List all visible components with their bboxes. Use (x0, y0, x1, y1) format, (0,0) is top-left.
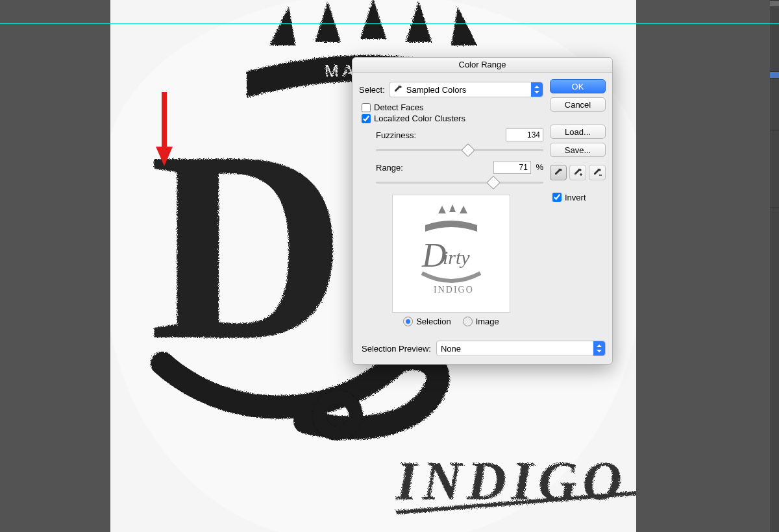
radio-icon (403, 317, 413, 326)
detect-faces-input[interactable] (362, 103, 371, 112)
invert-checkbox[interactable]: Invert (550, 191, 606, 204)
localized-clusters-input[interactable] (362, 114, 371, 123)
save-button[interactable]: Save... (550, 143, 606, 157)
select-dropdown[interactable]: Sampled Colors (389, 82, 543, 97)
selection-preview-dropdown[interactable]: None (436, 341, 606, 356)
eyedropper-plus-icon (573, 168, 582, 177)
photoshop-workspace: MADE IN DI INDIGO Color Range (0, 0, 779, 532)
detect-faces-label: Detect Faces (374, 103, 424, 112)
chevron-updown-icon (531, 82, 543, 97)
invert-input[interactable] (552, 193, 562, 202)
selection-preview-value: None (441, 344, 461, 354)
eyedropper-subtract-tool[interactable] (589, 165, 606, 180)
fuzziness-slider[interactable] (376, 144, 543, 156)
panels-strip (770, 0, 779, 532)
range-suffix: % (536, 162, 543, 172)
eyedropper-sample-tool[interactable] (550, 165, 567, 180)
radio-label-image: Image (476, 317, 499, 326)
localized-clusters-checkbox[interactable]: Localized Color Clusters (362, 114, 543, 123)
range-label: Range: (376, 163, 403, 173)
detect-faces-checkbox[interactable]: Detect Faces (362, 103, 543, 112)
svg-marker-3 (534, 86, 539, 88)
eyedropper-icon (554, 168, 563, 177)
load-button[interactable]: Load... (550, 125, 606, 139)
eyedropper-minus-icon (593, 168, 602, 177)
preview-mode-selection[interactable]: Selection (403, 317, 451, 326)
range-input[interactable] (493, 161, 531, 174)
fuzziness-input[interactable] (506, 128, 543, 141)
fuzziness-label: Fuzziness: (376, 130, 416, 140)
select-label: Select: (359, 85, 385, 95)
localized-clusters-label: Localized Color Clusters (374, 114, 465, 123)
svg-text:INDIGO: INDIGO (434, 285, 474, 295)
eyedropper-add-tool[interactable] (569, 165, 586, 180)
chevron-updown-icon (593, 341, 605, 356)
select-value: Sampled Colors (406, 85, 467, 95)
invert-label: Invert (565, 193, 586, 202)
cancel-button[interactable]: Cancel (550, 97, 606, 112)
svg-marker-9 (597, 345, 602, 347)
svg-marker-10 (597, 350, 602, 352)
svg-text:irty: irty (443, 247, 470, 268)
ok-button[interactable]: OK (550, 79, 606, 93)
selection-preview-thumbnail: D irty INDIGO (392, 195, 510, 313)
radio-icon (463, 317, 473, 326)
svg-point-0 (319, 397, 356, 433)
range-slider[interactable] (376, 176, 543, 188)
horizontal-guide[interactable] (0, 23, 779, 24)
svg-marker-4 (534, 91, 539, 93)
eyedropper-icon (393, 85, 402, 94)
preview-mode-image[interactable]: Image (463, 317, 499, 326)
color-range-dialog: Color Range Select: Sampled Colors (352, 57, 613, 365)
selection-preview-label: Selection Preview: (362, 344, 431, 354)
radio-label-selection: Selection (416, 317, 451, 326)
dialog-title[interactable]: Color Range (352, 58, 612, 73)
